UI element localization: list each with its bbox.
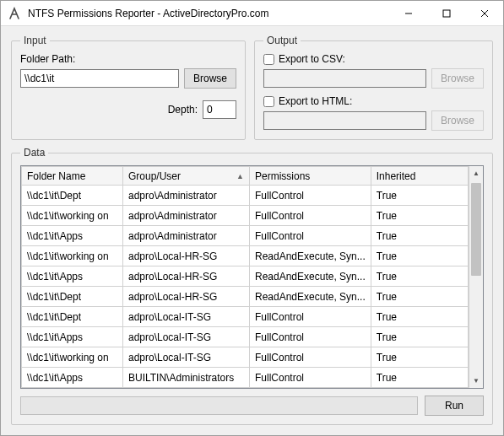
data-group: Data Folder Name Group/User ▲ Permi bbox=[11, 147, 493, 425]
table-row[interactable]: \\dc1\it\Deptadpro\AdministratorFullCont… bbox=[22, 186, 469, 206]
titlebar: NTFS Permissions Reporter - ActiveDirect… bbox=[1, 1, 503, 26]
scroll-up-icon[interactable]: ▲ bbox=[469, 166, 483, 180]
cell-perm: ReadAndExecute, Syn... bbox=[250, 266, 371, 287]
svg-rect-1 bbox=[443, 10, 450, 17]
cell-perm: FullControl bbox=[250, 186, 371, 206]
cell-folder: \\dc1\it\Dept bbox=[22, 186, 123, 206]
cell-inh: True bbox=[371, 287, 468, 307]
cell-inh: True bbox=[371, 327, 468, 347]
browse-csv-button: Browse bbox=[431, 68, 484, 89]
cell-user: adpro\Local-HR-SG bbox=[123, 287, 250, 307]
cell-user: adpro\Local-IT-SG bbox=[123, 327, 250, 347]
input-legend: Input bbox=[20, 35, 50, 46]
cell-user: adpro\Administrator bbox=[123, 226, 250, 246]
cell-inh: True bbox=[371, 266, 468, 287]
cell-perm: FullControl bbox=[250, 347, 371, 368]
depth-label: Depth: bbox=[168, 104, 198, 116]
cell-inh: True bbox=[371, 186, 468, 206]
minimize-button[interactable] bbox=[389, 1, 427, 26]
cell-folder: \\dc1\it\working on bbox=[22, 347, 123, 368]
cell-perm: FullControl bbox=[250, 307, 371, 327]
cell-perm: FullControl bbox=[250, 206, 371, 226]
output-group: Output Export to CSV: Browse Export to H… bbox=[254, 35, 493, 140]
folder-path-input[interactable] bbox=[20, 69, 179, 88]
table-row[interactable]: \\dc1\it\Deptadpro\Local-HR-SGReadAndExe… bbox=[22, 287, 469, 307]
cell-user: adpro\Administrator bbox=[123, 206, 250, 226]
export-html-check[interactable] bbox=[263, 96, 274, 107]
col-perm-header[interactable]: Permissions bbox=[250, 167, 371, 186]
browse-input-button[interactable]: Browse bbox=[184, 68, 236, 89]
data-grid[interactable]: Folder Name Group/User ▲ Permissions Inh… bbox=[20, 165, 484, 389]
run-button[interactable]: Run bbox=[425, 396, 484, 416]
cell-folder: \\dc1\it\Apps bbox=[22, 266, 123, 287]
html-path-input bbox=[263, 111, 426, 130]
cell-inh: True bbox=[371, 307, 468, 327]
export-csv-label: Export to CSV: bbox=[279, 53, 345, 65]
table-row[interactable]: \\dc1\it\working onadpro\Local-HR-SGRead… bbox=[22, 246, 469, 266]
cell-folder: \\dc1\it\working on bbox=[22, 206, 123, 226]
scroll-down-icon[interactable]: ▼ bbox=[469, 374, 483, 388]
client-area: Input Folder Path: Browse Depth: Output … bbox=[1, 26, 503, 435]
window-title: NTFS Permissions Reporter - ActiveDirect… bbox=[28, 8, 389, 19]
sort-asc-icon: ▲ bbox=[236, 172, 244, 180]
export-csv-check[interactable] bbox=[263, 54, 274, 65]
cell-folder: \\dc1\it\Apps bbox=[22, 226, 123, 246]
export-html-label: Export to HTML: bbox=[279, 95, 352, 107]
cell-perm: FullControl bbox=[250, 226, 371, 246]
app-window: NTFS Permissions Reporter - ActiveDirect… bbox=[0, 0, 504, 436]
progress-bar bbox=[20, 396, 418, 415]
cell-user: adpro\Local-IT-SG bbox=[123, 347, 250, 368]
header-row: Folder Name Group/User ▲ Permissions Inh… bbox=[22, 167, 469, 186]
cell-user: adpro\Local-HR-SG bbox=[123, 266, 250, 287]
col-folder-header[interactable]: Folder Name bbox=[22, 167, 123, 186]
cell-user: adpro\Administrator bbox=[123, 186, 250, 206]
vertical-scrollbar[interactable]: ▲ ▼ bbox=[469, 166, 483, 388]
cell-perm: ReadAndExecute, Syn... bbox=[250, 287, 371, 307]
export-html-checkbox[interactable]: Export to HTML: bbox=[263, 95, 484, 107]
cell-user: BUILTIN\Administrators bbox=[123, 368, 250, 388]
cell-inh: True bbox=[371, 368, 468, 388]
cell-perm: FullControl bbox=[250, 368, 371, 388]
table-row[interactable]: \\dc1\it\AppsBUILTIN\AdministratorsFullC… bbox=[22, 368, 469, 388]
col-user-header[interactable]: Group/User ▲ bbox=[123, 167, 250, 186]
table-row[interactable]: \\dc1\it\Appsadpro\AdministratorFullCont… bbox=[22, 226, 469, 246]
browse-html-button: Browse bbox=[431, 110, 484, 131]
table-row[interactable]: \\dc1\it\working onadpro\Local-IT-SGFull… bbox=[22, 347, 469, 368]
cell-inh: True bbox=[371, 226, 468, 246]
close-button[interactable] bbox=[465, 1, 503, 26]
depth-input[interactable] bbox=[203, 100, 236, 119]
export-csv-checkbox[interactable]: Export to CSV: bbox=[263, 53, 484, 65]
cell-folder: \\dc1\it\Apps bbox=[22, 327, 123, 347]
table-row[interactable]: \\dc1\it\Appsadpro\Local-HR-SGReadAndExe… bbox=[22, 266, 469, 287]
table-row[interactable]: \\dc1\it\Deptadpro\Local-IT-SGFullContro… bbox=[22, 307, 469, 327]
data-legend: Data bbox=[20, 147, 48, 159]
cell-perm: ReadAndExecute, Syn... bbox=[250, 246, 371, 266]
app-icon bbox=[8, 7, 21, 20]
input-group: Input Folder Path: Browse Depth: bbox=[11, 35, 246, 140]
cell-user: adpro\Local-HR-SG bbox=[123, 246, 250, 266]
cell-inh: True bbox=[371, 246, 468, 266]
cell-folder: \\dc1\it\Apps bbox=[22, 368, 123, 388]
csv-path-input bbox=[263, 69, 426, 88]
table-row[interactable]: \\dc1\it\Appsadpro\Local-IT-SGFullContro… bbox=[22, 327, 469, 347]
scroll-thumb[interactable] bbox=[471, 183, 481, 276]
output-legend: Output bbox=[263, 35, 301, 46]
folder-path-label: Folder Path: bbox=[20, 53, 236, 65]
cell-perm: FullControl bbox=[250, 327, 371, 347]
cell-folder: \\dc1\it\Dept bbox=[22, 307, 123, 327]
table-row[interactable]: \\dc1\it\working onadpro\AdministratorFu… bbox=[22, 206, 469, 226]
col-inh-header[interactable]: Inherited bbox=[371, 167, 468, 186]
cell-inh: True bbox=[371, 206, 468, 226]
cell-inh: True bbox=[371, 347, 468, 368]
cell-folder: \\dc1\it\Dept bbox=[22, 287, 123, 307]
cell-folder: \\dc1\it\working on bbox=[22, 246, 123, 266]
cell-user: adpro\Local-IT-SG bbox=[123, 307, 250, 327]
maximize-button[interactable] bbox=[427, 1, 465, 26]
